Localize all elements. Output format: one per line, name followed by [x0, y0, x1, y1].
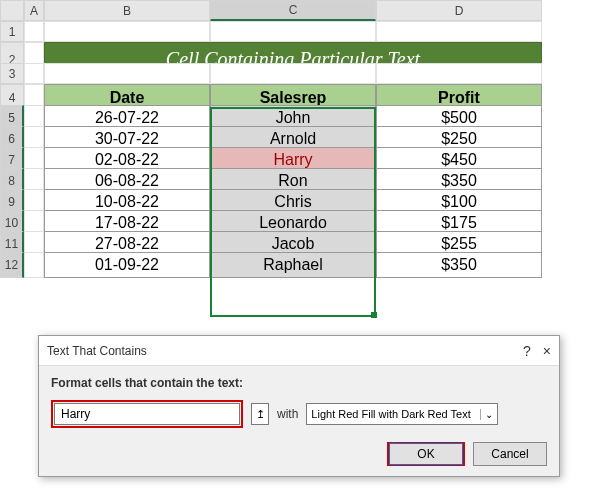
- cell[interactable]: [210, 21, 376, 42]
- cell[interactable]: [44, 63, 210, 84]
- with-label: with: [277, 407, 298, 421]
- col-header-d[interactable]: D: [376, 0, 542, 21]
- highlight-input-box: [51, 400, 243, 428]
- select-all-corner[interactable]: [0, 0, 24, 21]
- cell[interactable]: [376, 21, 542, 42]
- text-that-contains-dialog: Text That Contains ? × Format cells that…: [38, 335, 560, 477]
- contains-text-input[interactable]: [54, 403, 240, 425]
- dialog-title: Text That Contains: [47, 344, 147, 358]
- close-icon[interactable]: ×: [543, 343, 551, 359]
- format-select[interactable]: Light Red Fill with Dark Red Text ⌄: [306, 403, 498, 425]
- chevron-down-icon: ⌄: [480, 409, 493, 420]
- col-header-a[interactable]: A: [24, 0, 44, 21]
- col-header-c[interactable]: C: [210, 0, 376, 21]
- cell[interactable]: [210, 63, 376, 84]
- row-header-1[interactable]: 1: [0, 21, 24, 42]
- dialog-titlebar[interactable]: Text That Contains ? ×: [39, 336, 559, 366]
- cell-profit[interactable]: $350: [376, 252, 542, 278]
- cell[interactable]: [24, 21, 44, 42]
- cell[interactable]: [44, 21, 210, 42]
- cell[interactable]: [24, 63, 44, 84]
- cell[interactable]: [24, 252, 44, 278]
- fill-handle[interactable]: [371, 312, 377, 318]
- row-header-12[interactable]: 12: [0, 252, 24, 278]
- spreadsheet-grid: A B C D 1 2 Cell Containing Particular T…: [0, 0, 604, 273]
- dialog-instruction-label: Format cells that contain the text:: [51, 376, 547, 390]
- highlight-ok-box: OK: [387, 442, 465, 466]
- cell[interactable]: [376, 63, 542, 84]
- cell-salesrep[interactable]: Raphael: [210, 252, 376, 278]
- range-picker-icon[interactable]: ↥: [251, 403, 269, 425]
- cancel-button[interactable]: Cancel: [473, 442, 547, 466]
- ok-button[interactable]: OK: [389, 443, 463, 465]
- col-header-b[interactable]: B: [44, 0, 210, 21]
- row-header-3[interactable]: 3: [0, 63, 24, 84]
- help-icon[interactable]: ?: [523, 343, 531, 359]
- format-select-value: Light Red Fill with Dark Red Text: [311, 408, 470, 420]
- cell-date[interactable]: 01-09-22: [44, 252, 210, 278]
